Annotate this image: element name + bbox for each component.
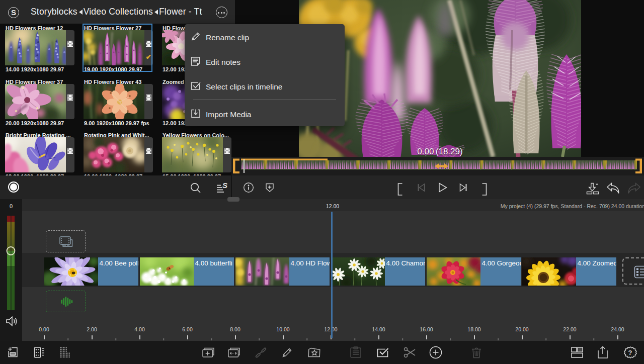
svg-text:S: S: [222, 182, 227, 190]
svg-text:?: ?: [628, 349, 632, 356]
